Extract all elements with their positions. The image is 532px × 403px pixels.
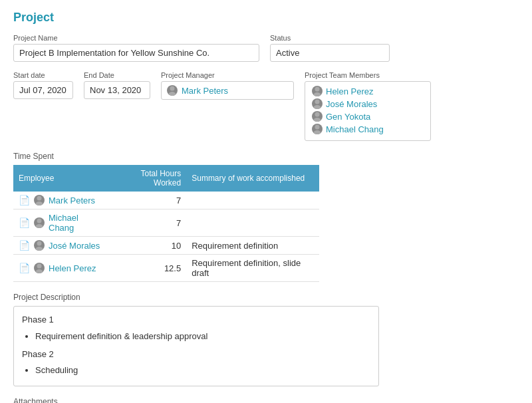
- employee-link[interactable]: José Morales: [49, 241, 100, 251]
- page-title: Project: [13, 11, 519, 25]
- manager-value: Mark Peters: [161, 81, 294, 100]
- table-row: 📄 Mark Peters 7: [13, 192, 319, 209]
- phase-title: Phase 1: [22, 313, 370, 327]
- svg-point-14: [37, 241, 42, 246]
- svg-point-1: [169, 92, 176, 96]
- summary-cell: Requirement definition: [186, 237, 319, 255]
- svg-point-5: [314, 105, 321, 109]
- svg-point-7: [314, 118, 321, 122]
- project-name-value: Project B Implementation for Yellow Suns…: [13, 44, 259, 62]
- description-box: Phase 1Requirement definition & leadersh…: [13, 306, 379, 386]
- manager-avatar-icon: [167, 85, 178, 96]
- team-member-avatar-icon: [312, 98, 323, 109]
- team-member-avatar-icon: [34, 240, 45, 251]
- team-member-name: Gen Yokota: [326, 112, 370, 122]
- svg-point-10: [37, 196, 42, 201]
- employee-cell: 📄 José Morales: [13, 237, 109, 255]
- team-member-item: José Morales: [312, 98, 424, 109]
- team-member-name: José Morales: [326, 99, 377, 109]
- time-spent-label: Time Spent: [13, 152, 519, 161]
- doc-icon: 📄: [19, 217, 30, 228]
- svg-point-2: [315, 87, 320, 92]
- col-hours: Total Hours Worked: [109, 165, 186, 192]
- hours-cell: 12.5: [109, 255, 186, 282]
- team-member-item: Michael Chang: [312, 124, 424, 134]
- svg-point-13: [36, 224, 43, 228]
- employee-cell: 📄 Michael Chang: [13, 209, 109, 237]
- employee-cell: 📄 Mark Peters: [13, 192, 109, 209]
- col-summary: Summary of work accomplished: [186, 165, 319, 192]
- phase-title: Phase 2: [22, 348, 370, 362]
- svg-point-6: [315, 112, 320, 117]
- table-row: 📄 Helen Perez 12.5 Requirement definitio…: [13, 255, 319, 282]
- time-table: Employee Total Hours Worked Summary of w…: [13, 165, 319, 282]
- svg-point-12: [37, 219, 42, 223]
- manager-name: Mark Peters: [182, 86, 228, 96]
- doc-icon: 📄: [19, 263, 30, 273]
- phase-item: Scheduling: [35, 364, 370, 378]
- employee-cell: 📄 Helen Perez: [13, 255, 109, 282]
- end-date-label: End Date: [84, 71, 150, 79]
- svg-point-17: [36, 269, 43, 273]
- hours-cell: 10: [109, 237, 186, 255]
- team-label: Project Team Members: [305, 71, 431, 79]
- team-member-avatar-icon: [312, 86, 323, 96]
- description-label: Project Description: [13, 293, 519, 302]
- project-name-label: Project Name: [13, 34, 259, 42]
- start-date-label: Start date: [13, 71, 73, 79]
- hours-cell: 7: [109, 192, 186, 209]
- svg-point-15: [36, 247, 43, 251]
- summary-cell: Requirement definition, slide draft: [186, 255, 319, 282]
- svg-point-9: [314, 130, 321, 134]
- employee-link[interactable]: Mark Peters: [49, 196, 95, 205]
- manager-label: Project Manager: [161, 71, 294, 79]
- svg-point-0: [170, 86, 175, 91]
- team-members-box: Helen Perez José Morales Gen Yokota Mich…: [305, 81, 431, 141]
- doc-icon: 📄: [19, 195, 30, 205]
- svg-point-16: [37, 264, 42, 269]
- hours-cell: 7: [109, 209, 186, 237]
- phase-list: Requirement definition & leadership appr…: [22, 330, 370, 344]
- team-member-item: Gen Yokota: [312, 111, 424, 122]
- svg-point-3: [314, 92, 321, 96]
- end-date-value: Nov 13, 2020: [84, 81, 150, 99]
- team-member-item: Helen Perez: [312, 86, 424, 96]
- employee-link[interactable]: Helen Perez: [49, 263, 96, 273]
- start-date-value: Jul 07, 2020: [13, 81, 73, 99]
- table-row: 📄 José Morales 10 Requirement definition: [13, 237, 319, 255]
- phase-list: Scheduling: [22, 364, 370, 378]
- attachments-label: Attachments: [13, 397, 519, 403]
- team-member-avatar-icon: [34, 217, 45, 228]
- summary-cell: [186, 209, 319, 237]
- status-label: Status: [270, 34, 390, 42]
- phase-item: Requirement definition & leadership appr…: [35, 330, 370, 344]
- svg-point-4: [315, 100, 320, 104]
- team-member-avatar-icon: [34, 195, 45, 205]
- doc-icon: 📄: [19, 240, 30, 251]
- svg-point-11: [36, 202, 43, 205]
- svg-point-8: [315, 125, 320, 130]
- team-member-name: Michael Chang: [326, 124, 384, 134]
- col-employee: Employee: [13, 165, 109, 192]
- team-member-name: Helen Perez: [326, 86, 374, 96]
- status-value: Active: [270, 44, 390, 62]
- employee-link[interactable]: Michael Chang: [49, 213, 104, 233]
- team-member-avatar-icon: [312, 111, 323, 122]
- team-member-avatar-icon: [312, 124, 323, 134]
- table-row: 📄 Michael Chang 7: [13, 209, 319, 237]
- summary-cell: [186, 192, 319, 209]
- team-member-avatar-icon: [34, 263, 45, 273]
